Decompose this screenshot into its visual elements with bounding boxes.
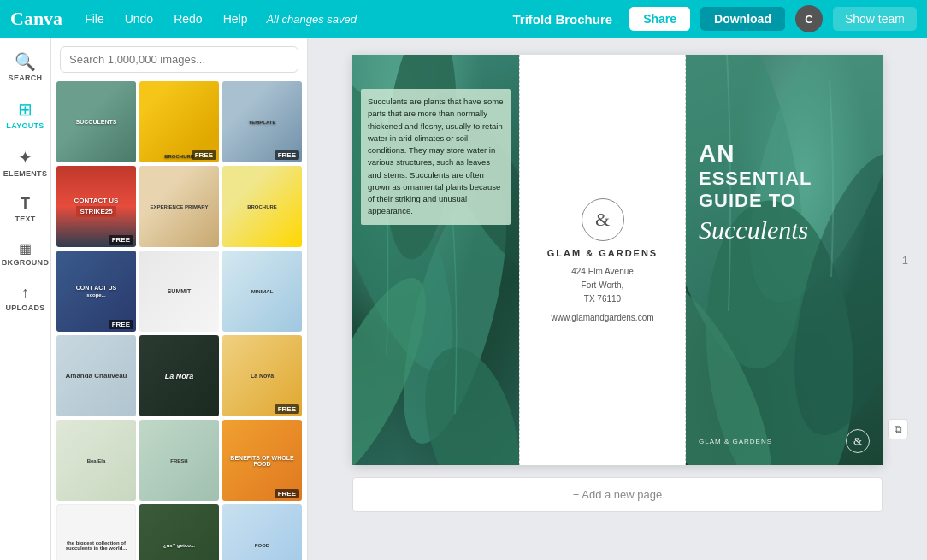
right-bottom-bar: GLAM & GARDENS &	[699, 429, 870, 453]
right-an: AN	[699, 140, 870, 168]
address-line2: Fort Worth,	[582, 280, 624, 290]
template-label: CONTACT US	[74, 197, 119, 204]
template-thumb[interactable]: ¿us? getco...	[139, 504, 219, 560]
copy-page-button[interactable]: ⧉	[888, 419, 908, 439]
right-guide: GUIDE TO	[699, 190, 870, 212]
template-label: FOOD	[255, 543, 269, 548]
help-menu[interactable]: Help	[218, 9, 253, 29]
free-badge: FREE	[192, 150, 216, 160]
template-thumb[interactable]: CONT ACT US scope... FREE	[56, 251, 136, 332]
template-label: the biggest collection of succulents in …	[61, 540, 132, 551]
add-page-button[interactable]: + Add a new page	[352, 477, 883, 512]
file-menu[interactable]: File	[80, 9, 109, 29]
free-badge: FREE	[109, 320, 133, 329]
left-description: Succulents are plants that have some par…	[368, 97, 503, 215]
sidebar-item-search[interactable]: 🔍 SEARCH	[3, 44, 48, 89]
template-label: CONT ACT US	[76, 285, 117, 291]
sidebar-text-label: TEXT	[15, 215, 35, 223]
uploads-icon: ↑	[21, 284, 29, 302]
template-thumb[interactable]: BENEFITS OF WHOLE FOOD FREE	[222, 420, 302, 501]
template-thumb[interactable]: BROCHURE	[222, 166, 302, 247]
middle-address: 424 Elm Avenue Fort Worth, TX 76110	[571, 265, 634, 306]
template-thumb[interactable]: EXPERIENCE PRIMARY	[139, 166, 219, 247]
template-label: BENEFITS OF WHOLE FOOD	[226, 455, 298, 467]
template-thumb[interactable]: FRESH	[139, 420, 219, 501]
left-panel-text: Succulents are plants that have some par…	[361, 89, 511, 225]
page-container: 1 ⧉	[352, 55, 883, 465]
download-button[interactable]: Download	[700, 7, 785, 31]
sidebar-uploads-label: UPLOADS	[5, 304, 44, 312]
free-badge: FREE	[109, 235, 133, 245]
template-thumb[interactable]: La Nova FREE	[222, 335, 302, 416]
canva-logo: Canva	[10, 8, 62, 30]
free-badge: FREE	[275, 489, 299, 498]
template-label: FRESH	[170, 458, 187, 463]
template-thumb[interactable]: La Nora	[139, 335, 219, 416]
right-brand-name: GLAM & GARDENS	[699, 438, 772, 445]
right-ampersand: &	[853, 434, 862, 448]
brochure-canvas[interactable]: Succulents are plants that have some par…	[352, 55, 883, 465]
templates-panel: SUCCULENTS BROCHURE FREE TEMPLATE FREE C…	[51, 38, 308, 560]
search-bar	[51, 38, 307, 78]
search-input[interactable]	[60, 46, 298, 73]
template-label: La Nora	[165, 372, 194, 380]
brochure-middle-panel: & GLAM & GARDENS 424 Elm Avenue Fort Wor…	[519, 55, 686, 465]
template-label: SUCCULENTS	[76, 119, 117, 125]
template-thumb[interactable]: SUCCULENTS	[56, 81, 136, 162]
template-label: TEMPLATE	[249, 120, 276, 125]
free-badge: FREE	[275, 150, 299, 160]
show-team-button[interactable]: Show team	[833, 7, 917, 31]
middle-ampersand-circle: &	[582, 198, 624, 241]
background-icon: ▦	[19, 240, 32, 256]
template-label: SUMMIT	[168, 288, 192, 294]
share-button[interactable]: Share	[629, 7, 690, 31]
template-thumb[interactable]: CONTACT US STRIKE25 FREE	[56, 166, 136, 247]
sidebar-item-layouts[interactable]: ⊞ LAYOUTS	[3, 92, 48, 137]
sidebar-icons: 🔍 SEARCH ⊞ LAYOUTS ✦ ELEMENTS T TEXT ▦ B…	[0, 38, 51, 560]
changes-saved-status: All changes saved	[266, 13, 357, 26]
layouts-icon: ⊞	[18, 99, 32, 120]
document-title: Trifold Brochure	[512, 12, 612, 27]
show-team-label: Show team	[845, 12, 905, 26]
sidebar-item-text[interactable]: T TEXT	[3, 188, 48, 230]
sidebar-item-background[interactable]: ▦ BKGROUND	[3, 233, 48, 274]
brochure-left-panel: Succulents are plants that have some par…	[352, 55, 519, 465]
template-label: STRIKE25	[76, 206, 115, 217]
sidebar-item-elements[interactable]: ✦ ELEMENTS	[3, 140, 48, 185]
free-badge: FREE	[275, 404, 299, 414]
template-label: scope...	[86, 292, 105, 298]
add-page-label: + Add a new page	[573, 488, 662, 501]
search-icon: 🔍	[15, 51, 36, 72]
middle-ampersand: &	[595, 209, 610, 231]
undo-menu[interactable]: Undo	[120, 9, 158, 29]
elements-icon: ✦	[18, 147, 32, 168]
page-number: 1	[902, 254, 908, 267]
address-line1: 424 Elm Avenue	[571, 267, 634, 276]
sidebar-item-uploads[interactable]: ↑ UPLOADS	[3, 277, 48, 319]
avatar[interactable]: C	[795, 5, 823, 32]
template-label: MINIMAL	[251, 289, 274, 294]
sidebar-elements-label: ELEMENTS	[3, 169, 47, 178]
right-succulents-script: Succulents	[699, 215, 870, 245]
address-line3: TX 76110	[584, 294, 621, 304]
template-label: BROCHURE	[164, 154, 194, 159]
sidebar-bkground-label: BKGROUND	[2, 258, 49, 267]
sidebar-search-label: SEARCH	[9, 74, 43, 82]
right-text-block: AN ESSENTIAL GUIDE TO Succulents	[699, 140, 870, 245]
redo-menu[interactable]: Redo	[168, 9, 207, 29]
template-thumb[interactable]: Amanda Chauveau	[56, 335, 136, 416]
template-thumb[interactable]: TEMPLATE FREE	[222, 81, 302, 162]
template-label: BROCHURE	[247, 204, 277, 209]
template-label: Bea Ela	[87, 458, 106, 463]
template-thumb[interactable]: MINIMAL	[222, 251, 302, 332]
template-thumb[interactable]: Bea Ela	[56, 420, 136, 501]
template-thumb[interactable]: BROCHURE FREE	[139, 81, 219, 162]
template-thumb[interactable]: the biggest collection of succulents in …	[56, 504, 136, 560]
middle-brand-name: GLAM & GARDENS	[547, 248, 658, 258]
text-icon: T	[21, 195, 30, 213]
template-label: ¿us? getco...	[163, 543, 195, 548]
template-label: La Nova	[251, 373, 274, 379]
middle-website: www.glamandgardens.com	[551, 313, 653, 322]
template-thumb[interactable]: FOOD	[222, 504, 302, 560]
template-thumb[interactable]: SUMMIT	[139, 251, 219, 332]
